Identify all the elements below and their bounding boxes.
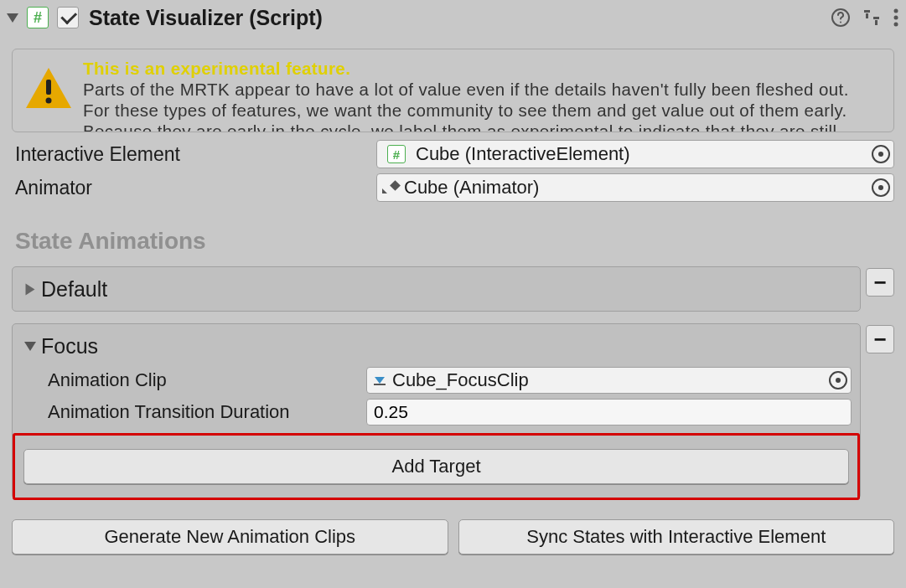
- animation-clip-label: Animation Clip: [48, 369, 358, 391]
- remove-state-button[interactable]: −: [866, 268, 894, 297]
- svg-point-6: [894, 9, 898, 13]
- state-focus-box: Focus Animation Clip Cube_FocusClip: [12, 323, 861, 499]
- svg-rect-10: [46, 80, 51, 95]
- svg-point-7: [894, 16, 898, 20]
- state-focus-header[interactable]: Focus: [21, 331, 852, 361]
- component-title: State Visualizer (Script): [89, 6, 831, 30]
- generate-clips-button[interactable]: Generate New Animation Clips: [12, 519, 448, 554]
- svg-point-8: [894, 23, 898, 27]
- state-animations-heading: State Animations: [15, 228, 894, 255]
- chevron-down-icon: [24, 342, 36, 351]
- animator-value: Cube (Animator): [404, 177, 867, 199]
- help-icon[interactable]: [831, 8, 851, 28]
- transition-duration-input[interactable]: [366, 399, 852, 426]
- object-picker-icon[interactable]: [829, 371, 847, 389]
- svg-rect-4: [873, 17, 879, 19]
- animator-icon: [382, 182, 399, 193]
- state-focus-label: Focus: [41, 334, 98, 358]
- warning-text: This is an experimental feature. Parts o…: [83, 58, 849, 132]
- state-default-label: Default: [41, 277, 107, 302]
- remove-state-button[interactable]: −: [866, 325, 894, 353]
- svg-point-11: [46, 98, 52, 104]
- script-icon: #: [387, 145, 406, 163]
- object-picker-icon[interactable]: [872, 178, 890, 197]
- presets-icon[interactable]: [862, 8, 881, 27]
- svg-point-1: [840, 22, 841, 23]
- animator-label: Animator: [12, 177, 376, 199]
- warning-icon: [24, 66, 73, 114]
- animator-field[interactable]: Cube (Animator): [376, 173, 894, 202]
- svg-rect-2: [864, 10, 870, 13]
- svg-marker-12: [375, 377, 385, 384]
- animation-clip-icon: [372, 373, 387, 388]
- object-picker-icon[interactable]: [872, 145, 890, 163]
- svg-rect-13: [374, 384, 386, 385]
- svg-rect-5: [875, 20, 878, 25]
- state-default-box: Default: [12, 266, 861, 312]
- svg-rect-3: [866, 13, 868, 18]
- warning-title: This is an experimental feature.: [83, 59, 350, 78]
- sync-states-button[interactable]: Sync States with Interactive Element: [458, 519, 895, 554]
- chevron-right-icon: [26, 283, 35, 295]
- interactive-element-label: Interactive Element: [12, 143, 376, 166]
- animation-clip-value: Cube_FocusClip: [392, 369, 824, 391]
- experimental-warning-box: This is an experimental feature. Parts o…: [12, 49, 894, 132]
- interactive-element-field[interactable]: # Cube (InteractiveElement): [376, 140, 894, 168]
- component-foldout-icon[interactable]: [7, 13, 18, 23]
- component-enabled-checkbox[interactable]: [57, 7, 79, 28]
- kebab-menu-icon[interactable]: [893, 8, 899, 28]
- transition-duration-label: Animation Transition Duration: [48, 401, 358, 423]
- add-target-button[interactable]: Add Target: [23, 449, 849, 484]
- interactive-element-value: Cube (InteractiveElement): [416, 143, 867, 165]
- add-target-highlight: Add Target: [13, 433, 860, 500]
- script-icon: #: [27, 7, 49, 28]
- state-default-header[interactable]: Default: [21, 274, 852, 304]
- component-header: # State Visualizer (Script): [0, 0, 906, 35]
- animation-clip-field[interactable]: Cube_FocusClip: [366, 367, 852, 394]
